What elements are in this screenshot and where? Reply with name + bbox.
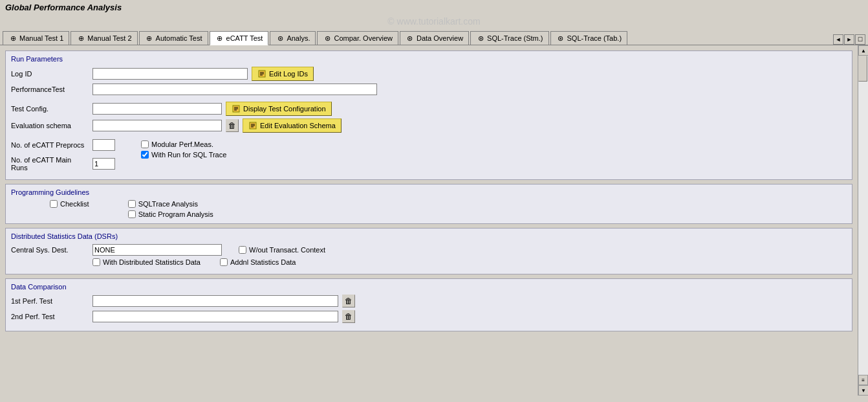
performance-test-label: PerformanceTest <box>11 85 89 93</box>
sql-trace-row: SQLTrace Analysis <box>128 200 213 208</box>
static-program-label: Static Program Analysis <box>138 210 213 218</box>
vertical-scrollbar: ▲ ≡ ▼ <box>858 45 868 396</box>
sql-trace-checkbox[interactable] <box>128 200 136 208</box>
checklist-checkbox[interactable] <box>50 200 58 208</box>
central-sys-dest-label: Central Sys. Dest. <box>11 246 89 254</box>
central-sys-dest-input[interactable] <box>92 244 222 256</box>
scroll-mid-button[interactable]: ≡ <box>858 375 868 385</box>
wout-transact-row: W/out Transact. Context <box>239 246 325 254</box>
tab-manual2[interactable]: ⊕ Manual Test 2 <box>71 31 137 45</box>
with-run-sql-row: With Run for SQL Trace <box>141 151 226 159</box>
second-perf-label: 2nd Perf. Test <box>11 313 89 320</box>
content-area: Run Parameters Log ID Edit Log IDs Perfo… <box>0 45 858 396</box>
tab-data-overview[interactable]: ⊛ Data Overview <box>400 31 469 45</box>
tab-icon-manual1: ⊕ <box>8 34 17 43</box>
tab-label-ecatt: eCATT Test <box>226 34 263 42</box>
tab-sql-tab[interactable]: ⊛ SQL-Trace (Tab.) <box>550 31 628 45</box>
performance-test-row: PerformanceTest <box>11 84 847 95</box>
tab-label-manual1: Manual Test 1 <box>19 34 63 42</box>
run-parameters-panel: Run Parameters Log ID Edit Log IDs Perfo… <box>5 50 852 180</box>
test-config-buttons: Display Test Configuration <box>226 102 332 116</box>
tab-label-sql-tab: SQL-Trace (Tab.) <box>567 34 622 42</box>
central-sys-dest-row: Central Sys. Dest. W/out Transact. Conte… <box>11 244 847 256</box>
log-id-input[interactable] <box>92 68 248 80</box>
evaluation-schema-row: Evaluation schema 🗑 Edit Evaluation Sche… <box>11 118 847 133</box>
tab-icon-automatic: ⊕ <box>145 34 154 43</box>
run-parameters-title: Run Parameters <box>11 55 847 63</box>
edit-log-ids-label: Edit Log IDs <box>269 70 308 78</box>
tab-icon-compar: ⊛ <box>323 34 332 43</box>
tab-sql-stm[interactable]: ⊛ SQL-Trace (Stm.) <box>470 31 548 45</box>
tab-ecatt[interactable]: ⊕ eCATT Test <box>210 31 269 45</box>
tab-compar[interactable]: ⊛ Compar. Overview <box>317 31 398 45</box>
tab-label-manual2: Manual Test 2 <box>87 34 131 42</box>
modular-perf-row: Modular Perf.Meas. <box>141 140 226 148</box>
first-perf-label: 1st Perf. Test <box>11 297 89 305</box>
evaluation-schema-input[interactable] <box>92 120 222 131</box>
ecatt-main-runs-label: No. of eCATT Main Runs <box>11 156 89 172</box>
ecatt-preprocs-input[interactable] <box>92 139 115 151</box>
evaluation-schema-label: Evaluation schema <box>11 122 89 129</box>
programming-guidelines-panel: Programming Guidelines Checklist SQLTrac… <box>5 184 852 224</box>
second-perf-input[interactable] <box>92 311 338 322</box>
with-distributed-checkbox[interactable] <box>92 258 100 266</box>
first-perf-input[interactable] <box>92 295 338 307</box>
first-perf-delete-icon: 🗑 <box>345 296 353 306</box>
tab-icon-sql-stm: ⊛ <box>476 34 485 43</box>
static-program-checkbox[interactable] <box>128 210 136 218</box>
display-test-config-label: Display Test Configuration <box>243 105 326 113</box>
tab-manual1[interactable]: ⊕ Manual Test 1 <box>3 31 69 45</box>
first-perf-delete-button[interactable]: 🗑 <box>342 295 355 307</box>
app-title: Global Performance Analysis <box>0 0 868 15</box>
tab-icon-manual2: ⊕ <box>76 34 85 43</box>
evaluation-schema-delete-icon: 🗑 <box>228 121 236 130</box>
log-id-label: Log ID <box>11 70 89 78</box>
addnl-statistics-checkbox[interactable] <box>220 258 228 266</box>
tab-bar: ⊕ Manual Test 1 ⊕ Manual Test 2 ⊕ Automa… <box>0 28 868 45</box>
log-id-row: Log ID Edit Log IDs <box>11 67 847 81</box>
main-area: Run Parameters Log ID Edit Log IDs Perfo… <box>0 45 868 396</box>
with-run-sql-checkbox[interactable] <box>141 151 149 159</box>
display-test-config-button[interactable]: Display Test Configuration <box>226 102 332 116</box>
tab-nav-box[interactable]: ☐ <box>855 34 865 45</box>
with-distributed-row: With Distributed Statistics Data <box>92 258 201 266</box>
with-run-sql-label: With Run for SQL Trace <box>151 151 226 159</box>
addnl-statistics-row: Addnl Statistics Data <box>220 258 296 266</box>
tab-analys[interactable]: ⊛ Analys. <box>270 31 316 45</box>
modular-perf-checkbox[interactable] <box>141 140 149 148</box>
evaluation-schema-delete-button[interactable]: 🗑 <box>226 119 239 132</box>
modular-perf-label: Modular Perf.Meas. <box>151 140 213 148</box>
second-perf-delete-icon: 🗑 <box>345 312 353 321</box>
tab-automatic[interactable]: ⊕ Automatic Test <box>139 31 208 45</box>
distributed-stats-title: Distributed Statistics Data (DSRs) <box>11 232 847 240</box>
tab-label-analys: Analys. <box>287 34 310 42</box>
programming-guidelines-content: Checklist SQLTrace Analysis Static Progr… <box>11 200 847 218</box>
addnl-statistics-label: Addnl Statistics Data <box>230 258 296 266</box>
scroll-up-button[interactable]: ▲ <box>858 45 868 56</box>
programming-guidelines-title: Programming Guidelines <box>11 188 847 196</box>
ecatt-main-runs-input[interactable] <box>92 158 115 170</box>
edit-evaluation-schema-button[interactable]: Edit Evaluation Schema <box>243 118 342 133</box>
watermark: © www.tutorialkart.com <box>0 15 868 28</box>
scroll-thumb[interactable] <box>858 56 867 82</box>
ecatt-main-runs-row: No. of eCATT Main Runs <box>11 156 115 172</box>
scroll-down-button[interactable]: ▼ <box>858 385 868 396</box>
static-program-row: Static Program Analysis <box>128 210 213 218</box>
wout-transact-label: W/out Transact. Context <box>249 246 325 254</box>
tab-icon-analys: ⊛ <box>276 34 285 43</box>
ecatt-preprocs-label: No. of eCATT Preprocs <box>11 141 89 149</box>
dsr-second-row: With Distributed Statistics Data Addnl S… <box>11 258 847 266</box>
tab-nav-right[interactable]: ► <box>844 34 854 45</box>
wout-transact-checkbox[interactable] <box>239 246 246 254</box>
prog-right: SQLTrace Analysis Static Program Analysi… <box>128 200 213 218</box>
edit-log-ids-button[interactable]: Edit Log IDs <box>252 67 314 81</box>
with-distributed-label: With Distributed Statistics Data <box>103 258 201 266</box>
test-config-input[interactable] <box>92 103 222 115</box>
ecatt-preprocs-row: No. of eCATT Preprocs <box>11 139 115 151</box>
display-test-config-icon <box>232 104 241 113</box>
tab-nav-left[interactable]: ◄ <box>833 34 843 45</box>
performance-test-input[interactable] <box>92 84 377 95</box>
edit-evaluation-schema-icon <box>248 121 257 130</box>
second-perf-delete-button[interactable]: 🗑 <box>342 310 355 323</box>
test-config-label: Test Config. <box>11 105 89 113</box>
